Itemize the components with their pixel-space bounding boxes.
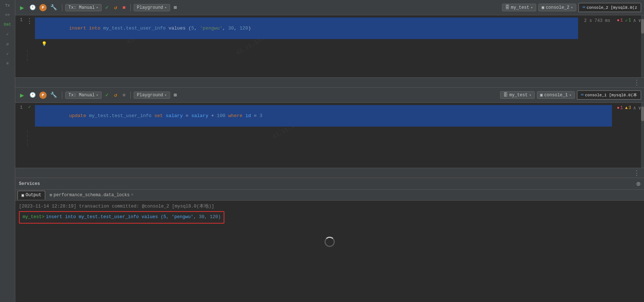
output-tabs-row: ▣ Output ⊞ performance_schema.data_locks…	[15, 190, 644, 201]
rollback-btn-2[interactable]: ↺	[112, 91, 119, 99]
play-button-2[interactable]: ▶	[18, 90, 26, 100]
more-options-1[interactable]: ⋮	[633, 78, 640, 86]
scrollbar-v-2[interactable]	[641, 103, 644, 168]
active-console-tab-2[interactable]: ⌨ console_1 [mysql8.0(本	[577, 90, 641, 100]
more-options-2[interactable]: ⋮	[633, 169, 640, 177]
playground-dropdown-1[interactable]: Playground ▾	[134, 4, 170, 11]
arrow-down-2[interactable]: ∨	[638, 105, 641, 111]
active-console-tab-1[interactable]: ⌨ console_2 [mysql8.0(z	[578, 3, 641, 12]
editor-empty-lines-2: : : : :	[15, 129, 644, 148]
timing-1: 2 s 743 ms	[580, 17, 614, 25]
line-num-1-1: 1	[15, 17, 26, 23]
chevron-tx-2: ▾	[96, 93, 98, 97]
status-indicators-2: ● 1 ▲ 3 ∧ ∨	[614, 104, 644, 112]
scrollbar-v-1[interactable]	[641, 15, 644, 77]
lines-icon[interactable]: ≡	[5, 60, 10, 67]
check-status-2-1: ✓	[28, 104, 31, 110]
output-tab-1[interactable]: ▣ Output	[17, 191, 45, 200]
editor-pane-2: 43.11.123.1 43.11.123.1 1 ✓ update my_te…	[15, 103, 644, 168]
services-add-icon[interactable]: ⊕	[636, 180, 640, 188]
scroll-thumb-2[interactable]	[641, 107, 644, 121]
output-tab-icon: ▣	[21, 193, 24, 198]
scroll-thumb-1[interactable]	[641, 19, 644, 34]
tx-label[interactable]: Tx	[4, 2, 11, 9]
tx-dropdown-2[interactable]: Tx: Manual ▾	[65, 92, 102, 99]
divider-2	[130, 4, 131, 11]
playground-dropdown-2[interactable]: Playground ▾	[134, 92, 170, 99]
output-line-2: my_test> insert into my_test.test_user_i…	[23, 213, 221, 221]
table-icon: ⊞	[50, 193, 52, 197]
grid-icon-1[interactable]: ⊞	[172, 3, 178, 12]
close-tab-2[interactable]: ×	[131, 193, 133, 197]
db-selector-2[interactable]: 🗄 my_test ▾	[500, 91, 534, 99]
editor-line-1-1: 1 ⋮ insert into my_test.test_user_info v…	[15, 15, 644, 41]
db-selector-1[interactable]: 🗄 my_test ▾	[502, 4, 536, 11]
error-circle-icon-2: ●	[617, 105, 620, 111]
commit-btn-2[interactable]: ✓	[103, 90, 110, 100]
output-cmd-num: 30, 120)	[199, 214, 221, 220]
line-num-2-1: 1	[15, 104, 26, 110]
console-arrow-icon-1: ⌨	[582, 5, 585, 10]
error-badge-2: ● 1	[617, 105, 623, 111]
inter-editor-bar-1: ⋮	[15, 77, 644, 88]
chevron-playground-2: ▾	[165, 93, 167, 97]
check-icon-ok-1: ✓	[625, 18, 628, 23]
toolbar-2-actions: ▶ 🕐 P 🔧 Tx: Manual ▾ ✓ ↺ ■ Playground ▾ …	[18, 90, 498, 100]
line-status-2-1: ✓	[26, 104, 33, 110]
grid-icon-2[interactable]: ⊞	[172, 91, 178, 99]
editor-empty-lines-1: : : :	[15, 48, 644, 63]
chevron-tx-1: ▾	[96, 5, 98, 10]
play-button-1[interactable]: ▶	[18, 3, 26, 13]
check-icon-2[interactable]: ✓	[5, 50, 10, 57]
toolbar-1: ▶ 🕐 P 🔧 Tx: Manual ▾ ✓ ↺ ■	[15, 0, 644, 15]
db-icon-1: 🗄	[505, 5, 510, 10]
console-arrow-icon-2: ⌨	[581, 92, 584, 98]
dat-label[interactable]: Dat	[3, 21, 12, 28]
divider-1	[62, 4, 62, 11]
editor-line-2-1: 1 ✓ update my_test.test_user_info set sa…	[15, 103, 644, 129]
toolbar-2-right: 🗄 my_test ▾ ▣ console_1 ▾ ⌨ console_1 [m…	[500, 90, 641, 100]
tx-dropdown-1[interactable]: Tx: Manual ▾	[65, 4, 102, 11]
code-area-2-1[interactable]: update my_test.test_user_info set salary…	[33, 104, 614, 127]
p-button-2[interactable]: P	[39, 92, 47, 99]
divider-4	[130, 92, 131, 99]
arrow-down-1[interactable]: ∨	[638, 18, 641, 23]
right-panel: ▶ 🕐 P 🔧 Tx: Manual ▾ ✓ ↺ ■	[15, 0, 644, 302]
history-icon-1[interactable]: 🕐	[28, 3, 38, 12]
stop-btn-1[interactable]: ■	[121, 4, 127, 12]
check-icon-1[interactable]: ✓	[5, 31, 10, 38]
expand-arrows[interactable]: >>	[4, 12, 11, 18]
rollback-btn-1[interactable]: ↺	[112, 3, 119, 12]
arrow-up-1[interactable]: ∧	[633, 18, 636, 23]
code-line-1-1[interactable]: insert into my_test.test_user_info value…	[35, 18, 578, 39]
warn-triangle-icon-2: ▲	[625, 105, 628, 111]
inter-editor-bar-2: ⋮	[15, 168, 644, 178]
loading-area	[15, 226, 644, 258]
output-prompt: my_test>	[23, 213, 44, 221]
left-panel: Tx >> Dat ✓ ↺ ✓ ≡	[0, 0, 15, 302]
code-line-2-1[interactable]: update my_test.test_user_info set salary…	[35, 105, 612, 127]
output-cmd-box: my_test> insert into my_test.test_user_i…	[19, 211, 224, 223]
chevron-playground-1: ▾	[165, 5, 167, 10]
status-dot-1: ⋮	[26, 17, 33, 25]
output-line-1: [2023-11-14 12:28:19] transaction commit…	[19, 203, 640, 210]
toolbar-1-right: 🗄 my_test ▾ ▣ console_2 ▾ ⌨ console_2 [m…	[502, 3, 641, 12]
output-tab-2[interactable]: ⊞ performance_schema.data_locks ×	[46, 191, 137, 199]
commit-btn-1[interactable]: ✓	[103, 3, 110, 12]
error-badge-1: ● 1	[617, 18, 623, 23]
wrench-icon-1[interactable]: 🔧	[48, 3, 59, 12]
stop-btn-2[interactable]: ■	[121, 91, 127, 99]
console-selector-1[interactable]: ▣ console_2 ▾	[538, 4, 576, 11]
console-icon-2: ▣	[540, 92, 543, 98]
wrench-icon-2[interactable]: 🔧	[48, 90, 59, 100]
services-header: Services ⊕	[15, 178, 644, 190]
toolbar-2: ▶ 🕐 P 🔧 Tx: Manual ▾ ✓ ↺ ■ Playground ▾ …	[15, 88, 644, 103]
console-selector-2[interactable]: ▣ console_1 ▾	[537, 91, 575, 99]
p-button-1[interactable]: P	[39, 4, 47, 11]
code-area-1-1[interactable]: insert into my_test.test_user_info value…	[33, 17, 580, 40]
arrow-up-2[interactable]: ∧	[633, 105, 636, 111]
ok-badge-1: ✓ 1	[625, 18, 631, 23]
refresh-icon[interactable]: ↺	[5, 40, 10, 47]
output-cmd-values: 5, 'pengwu',	[164, 214, 199, 220]
history-icon-2[interactable]: 🕐	[28, 91, 38, 99]
